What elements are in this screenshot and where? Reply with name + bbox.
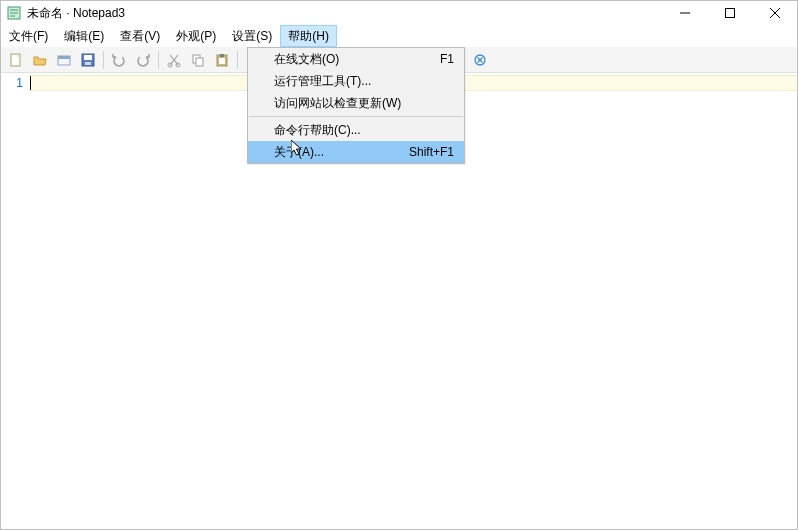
- menu-item-shortcut: Shift+F1: [409, 145, 454, 159]
- svg-rect-14: [196, 58, 203, 66]
- app-icon: [7, 6, 21, 20]
- window-controls: [662, 1, 797, 25]
- svg-rect-17: [219, 58, 225, 64]
- svg-rect-10: [85, 62, 91, 65]
- help-dropdown-menu: 在线文档(O) F1 运行管理工具(T)... 访问网站以检查更新(W) 命令行…: [247, 47, 465, 164]
- cut-icon[interactable]: [163, 49, 185, 71]
- svg-rect-9: [84, 55, 92, 60]
- copy-icon[interactable]: [187, 49, 209, 71]
- toolbar-separator: [103, 51, 104, 69]
- save-icon[interactable]: [77, 49, 99, 71]
- menu-item-label: 运行管理工具(T)...: [274, 73, 371, 90]
- menu-item-shortcut: F1: [440, 52, 454, 66]
- clear-icon[interactable]: [469, 49, 491, 71]
- menu-appearance[interactable]: 外观(P): [168, 25, 224, 47]
- window-title: 未命名 · Notepad3: [27, 5, 125, 22]
- toolbar-separator: [237, 51, 238, 69]
- new-file-icon[interactable]: [5, 49, 27, 71]
- menu-file[interactable]: 文件(F): [1, 25, 56, 47]
- menu-run-admin-tool[interactable]: 运行管理工具(T)...: [248, 70, 464, 92]
- open-file-icon[interactable]: [29, 49, 51, 71]
- paste-icon[interactable]: [211, 49, 233, 71]
- app-window: 未命名 · Notepad3 文件(F) 编辑(E) 查看(V) 外观(P) 设…: [0, 0, 798, 530]
- redo-icon[interactable]: [132, 49, 154, 71]
- line-number: 1: [1, 75, 29, 91]
- svg-rect-2: [725, 9, 734, 18]
- menu-separator: [249, 116, 463, 117]
- menu-item-label: 命令行帮助(C)...: [274, 122, 361, 139]
- svg-rect-16: [220, 54, 224, 57]
- maximize-button[interactable]: [707, 1, 752, 25]
- menu-item-label: 访问网站以检查更新(W): [274, 95, 401, 112]
- menu-cmdline-help[interactable]: 命令行帮助(C)...: [248, 119, 464, 141]
- menu-edit[interactable]: 编辑(E): [56, 25, 112, 47]
- menu-view[interactable]: 查看(V): [112, 25, 168, 47]
- menu-item-label: 关于(A)...: [274, 144, 324, 161]
- browse-icon[interactable]: [53, 49, 75, 71]
- minimize-button[interactable]: [662, 1, 707, 25]
- menu-settings[interactable]: 设置(S): [224, 25, 280, 47]
- text-caret: [30, 76, 31, 90]
- titlebar: 未命名 · Notepad3: [1, 1, 797, 25]
- toolbar-separator: [158, 51, 159, 69]
- svg-rect-7: [58, 56, 70, 59]
- menu-about[interactable]: 关于(A)... Shift+F1: [248, 141, 464, 163]
- menubar: 文件(F) 编辑(E) 查看(V) 外观(P) 设置(S) 帮助(H): [1, 25, 797, 47]
- menu-help[interactable]: 帮助(H): [280, 25, 337, 47]
- menu-item-label: 在线文档(O): [274, 51, 339, 68]
- close-button[interactable]: [752, 1, 797, 25]
- menu-check-updates[interactable]: 访问网站以检查更新(W): [248, 92, 464, 114]
- line-number-gutter: 1: [1, 73, 29, 529]
- menu-online-docs[interactable]: 在线文档(O) F1: [248, 48, 464, 70]
- undo-icon[interactable]: [108, 49, 130, 71]
